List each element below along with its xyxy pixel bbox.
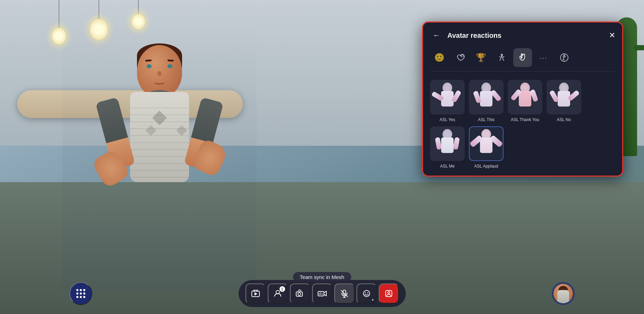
reaction-label-asl-this: ASL This bbox=[478, 117, 495, 122]
grid-dots-icon bbox=[76, 289, 85, 298]
svg-line-3 bbox=[502, 56, 503, 59]
tab-asl[interactable] bbox=[555, 48, 574, 67]
reactions-grid: ASL Yes ASL This bbox=[430, 80, 615, 169]
grid-menu-button[interactable] bbox=[69, 282, 92, 305]
svg-point-1 bbox=[501, 54, 503, 56]
people-button[interactable]: 1 bbox=[268, 283, 288, 304]
svg-line-5 bbox=[503, 59, 504, 61]
reaction-label-asl-yes: ASL Yes bbox=[440, 117, 455, 122]
status-label: Team sync in Mesh bbox=[293, 272, 351, 282]
avatar-head bbox=[137, 45, 182, 97]
reaction-label-asl-no: ASL No bbox=[557, 117, 571, 122]
reaction-thumb-asl-this bbox=[469, 80, 504, 114]
svg-point-9 bbox=[564, 55, 565, 57]
svg-line-6 bbox=[499, 57, 501, 57]
svg-line-7 bbox=[503, 57, 504, 57]
scene-button[interactable] bbox=[246, 283, 266, 304]
svg-line-4 bbox=[500, 59, 501, 61]
reaction-asl-me[interactable]: ASL Me bbox=[430, 126, 465, 169]
category-tabs: 🙂 🏆 bbox=[430, 48, 615, 71]
reactions-button[interactable]: ▲ bbox=[357, 283, 377, 304]
svg-point-25 bbox=[363, 290, 370, 297]
reaction-thumb-asl-thank-you bbox=[508, 80, 542, 114]
reaction-thumb-asl-no bbox=[547, 80, 581, 114]
panel-title: Avatar reactions bbox=[447, 32, 501, 40]
reaction-asl-this[interactable]: ASL This bbox=[469, 80, 504, 122]
avatar-reactions-button[interactable] bbox=[379, 283, 399, 304]
avatar-reactions-panel: ← Avatar reactions ✕ 🙂 🏆 bbox=[422, 22, 623, 177]
reaction-label-asl-thank-you: ASL Thank You bbox=[511, 117, 539, 122]
tab-dance[interactable] bbox=[492, 48, 511, 67]
avatar-figure bbox=[62, 21, 257, 291]
close-button[interactable]: ✕ bbox=[609, 31, 615, 40]
tab-reactions[interactable] bbox=[451, 48, 470, 67]
tab-emoji[interactable]: 🙂 bbox=[430, 48, 449, 67]
tab-hand[interactable] bbox=[513, 48, 532, 67]
video-settings-button[interactable] bbox=[312, 283, 332, 304]
panel-header-left: ← Avatar reactions bbox=[430, 29, 501, 41]
reaction-asl-applaud[interactable]: ASL Applaud bbox=[469, 126, 504, 169]
svg-point-16 bbox=[298, 293, 301, 296]
reaction-thumb-asl-yes bbox=[430, 80, 465, 114]
people-count-badge: 1 bbox=[280, 286, 285, 292]
back-button[interactable]: ← bbox=[430, 29, 443, 41]
user-avatar-button[interactable] bbox=[552, 282, 575, 305]
main-toolbar-pill: 1 bbox=[239, 280, 406, 307]
reaction-asl-yes[interactable]: ASL Yes bbox=[430, 80, 465, 122]
panel-header: ← Avatar reactions ✕ bbox=[430, 29, 615, 41]
reaction-asl-thank-you[interactable]: ASL Thank You bbox=[508, 80, 542, 122]
svg-point-29 bbox=[388, 291, 390, 294]
tab-trophy[interactable]: 🏆 bbox=[472, 48, 490, 67]
reaction-thumb-asl-me bbox=[430, 126, 465, 161]
reaction-label-asl-me: ASL Me bbox=[440, 164, 455, 169]
avatar-sweater-pattern bbox=[130, 108, 189, 184]
user-avatar-image bbox=[553, 284, 573, 303]
svg-point-27 bbox=[367, 292, 368, 294]
reaction-asl-no[interactable]: ASL No bbox=[547, 80, 581, 122]
svg-point-26 bbox=[365, 292, 366, 294]
camera-button[interactable] bbox=[290, 283, 310, 304]
bottom-toolbar: 1 bbox=[0, 280, 644, 307]
mic-button[interactable] bbox=[334, 283, 354, 304]
tab-more[interactable]: ··· bbox=[534, 48, 553, 67]
reaction-thumb-asl-applaud bbox=[469, 126, 504, 161]
reaction-label-asl-applaud: ASL Applaud bbox=[474, 164, 498, 169]
